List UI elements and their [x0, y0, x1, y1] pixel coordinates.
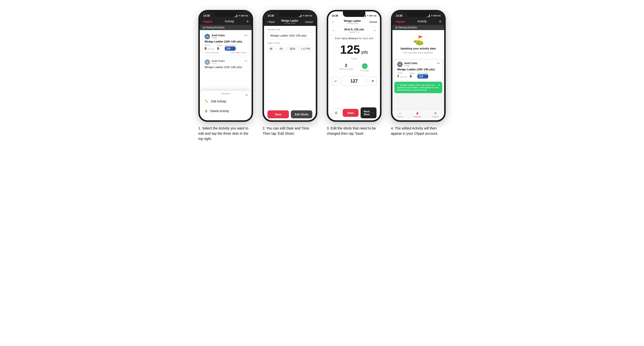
- cancel-btn-2[interactable]: Cancel: [305, 21, 313, 23]
- activity-card-2[interactable]: JC Josh Coles Today ••• Wedge Ladder (10…: [202, 57, 250, 72]
- topbar-3: ← Wedge Ladder 06 Mar 2023 Cancel: [328, 18, 380, 26]
- time-field[interactable]: 1:13 PM: [298, 46, 312, 52]
- edit-activity-item[interactable]: ✏️ Edit Activity: [200, 97, 252, 106]
- topbar-center-3: Wedge Ladder 06 Mar 2023: [344, 20, 361, 25]
- distance-input[interactable]: 127: [342, 76, 366, 86]
- menu-icon-4[interactable]: ≡: [439, 19, 441, 23]
- phone-2-container: 14:38 ▌▌▌ ✦ WiFi 5G < Back Wedge Ladder …: [261, 10, 318, 136]
- form-section-2: Practice Title Wedge Ladder (100–140 yds…: [264, 26, 316, 54]
- delete-shot-btn[interactable]: 🗑: [332, 108, 341, 117]
- phone-2-screen: 14:38 ▌▌▌ ✦ WiFi 5G < Back Wedge Ladder …: [264, 11, 316, 120]
- avatar-4: JC: [397, 62, 402, 67]
- dots-menu-2[interactable]: •••: [244, 59, 247, 63]
- hit-target-icon: ✓: [362, 63, 368, 69]
- home-icon: ⌂: [400, 111, 402, 115]
- topbar-center-2: Wedge Ladder 06 Mar 2023: [282, 19, 298, 24]
- logo-1: clippd: [203, 20, 212, 23]
- yds-display: 125 yds: [328, 41, 380, 57]
- editshots-btn[interactable]: Edit Shots: [291, 110, 312, 118]
- updating-sub: This may take a few moments.: [403, 51, 434, 54]
- card-date-1: Today: [212, 37, 225, 39]
- card-header-1: JC Josh Coles Today •••: [204, 34, 247, 39]
- edit-icon: ✏️: [205, 100, 208, 103]
- shot-nav: ← Shot 6, 125 yds Score 7/9 →: [328, 26, 380, 35]
- card-user-1: Josh Coles: [212, 34, 225, 37]
- header-title-4: Activity: [417, 20, 427, 23]
- header-title-1: Activity: [225, 20, 234, 23]
- caption-4: 4. The edited Activity will then appear …: [391, 126, 446, 136]
- increment-btn[interactable]: +: [369, 77, 376, 86]
- card-footer-1: ⏱ Test Information Data: Clippd Capture: [204, 52, 247, 53]
- close-icon[interactable]: ✕: [245, 93, 248, 97]
- phone-1-screen: 14:38 ▌▌▌ ✦ WiFi 5G clippd Activity ≡ ⊞ …: [200, 11, 252, 120]
- phones-row: 14:38 ▌▌▌ ✦ WiFi 5G clippd Activity ≡ ⊞ …: [197, 10, 447, 142]
- phone-1-frame: 14:38 ▌▌▌ ✦ WiFi 5G clippd Activity ≡ ⊞ …: [198, 10, 253, 122]
- target-label: Target: [328, 57, 380, 60]
- year-field[interactable]: 2023: [288, 46, 297, 52]
- quality-badge-1: 130: [225, 46, 236, 51]
- save-btn-3[interactable]: Save: [343, 109, 358, 117]
- tab-activities[interactable]: ♟ Activities: [414, 111, 422, 118]
- shot-info: Shot 6, 125 yds Score 7/9: [344, 28, 364, 33]
- dots-menu-4[interactable]: •••: [437, 62, 440, 65]
- practice-input[interactable]: Wedge Ladder (100–140 yds): [268, 32, 312, 39]
- card-header-4: JC Josh Coles Today •••: [397, 62, 440, 67]
- viewing-bar-4: ⊞ Viewing Activities: [392, 25, 444, 30]
- updating-area: ⛳ Updating your activity data. This may …: [392, 30, 444, 59]
- dots-menu-1[interactable]: •••: [244, 34, 247, 37]
- header-4: clippd Activity ≡: [392, 18, 444, 25]
- activity-card-4[interactable]: JC Josh Coles Today ••• Wedge Ladder (10…: [394, 59, 442, 81]
- carry-label: Enter carry distance for each shot: [328, 35, 380, 41]
- activities-icon: ♟: [416, 111, 419, 115]
- toast-close-icon[interactable]: ✕: [438, 83, 440, 87]
- card-date-2: Today: [212, 62, 225, 65]
- sheet-handle: [221, 93, 230, 94]
- topbar-2: < Back Wedge Ladder 06 Mar 2023 Cancel: [264, 18, 316, 26]
- footer-3: 🗑 Save Next Shot →: [328, 107, 380, 118]
- tab-capture[interactable]: ⊕ Capture: [432, 111, 439, 118]
- phone-3-screen: 14:39 ▌▌▌ ✦ WiFi 5G ← Wedge Ladder 06 Ma…: [328, 11, 380, 120]
- footer-2: Save Edit Shots: [264, 110, 316, 118]
- back-btn-3[interactable]: ←: [331, 19, 336, 25]
- notch-4: [407, 11, 430, 17]
- avatar-2: JC: [204, 59, 210, 65]
- card-date-4: Today: [404, 65, 417, 67]
- card-user-2: Josh Coles: [212, 60, 225, 62]
- tab-home[interactable]: ⌂ Home: [398, 111, 403, 118]
- cancel-btn-3[interactable]: Cancel: [369, 21, 377, 23]
- avatar-1: JC: [204, 34, 210, 39]
- sheet-divider: [200, 106, 252, 106]
- time-3: 14:39: [332, 14, 338, 17]
- stats-row: 2 Difference (yds) ✓ Hit Target: [328, 62, 380, 74]
- card-title-2: Wedge Ladder (100–140 yds): [204, 66, 247, 69]
- back-btn-2[interactable]: < Back: [267, 21, 275, 23]
- toast-check-icon: ✓: [397, 84, 400, 86]
- notch-2: [279, 11, 301, 17]
- month-field[interactable]: 03: [278, 46, 285, 52]
- viewing-bar-1: ⊞ Viewing Activities: [200, 25, 252, 30]
- card-stats-4: Score 7 OUT OF Shots 9 Shot Quality 118: [397, 72, 440, 79]
- next-shot-btn[interactable]: Next Shot →: [360, 107, 376, 118]
- card-title-1: Wedge Ladder (100–140 yds): [204, 40, 247, 43]
- phone-4-container: 14:38 ▌▌▌ ✦ WiFi 5G clippd Activity ≡ ⊞ …: [390, 10, 447, 136]
- save-btn-2[interactable]: Save: [268, 110, 289, 118]
- delete-activity-item[interactable]: 🗑 Delete Activity: [200, 107, 252, 115]
- day-field[interactable]: 06: [268, 46, 275, 52]
- time-1: 14:38: [203, 14, 210, 17]
- time-2: 14:38: [268, 14, 274, 17]
- decrement-btn[interactable]: −: [332, 77, 339, 86]
- prev-arrow[interactable]: ←: [332, 28, 336, 33]
- menu-icon-1[interactable]: ≡: [246, 19, 248, 23]
- phone-4-screen: 14:38 ▌▌▌ ✦ WiFi 5G clippd Activity ≡ ⊞ …: [392, 11, 444, 120]
- practice-label: Practice Title: [268, 28, 312, 31]
- card-title-4: Wedge Ladder (100–140 yds): [397, 68, 440, 71]
- next-arrow[interactable]: →: [372, 28, 376, 33]
- datetime-row: 06 / 03 / 2023 1:13 PM: [268, 46, 312, 52]
- activity-card-1[interactable]: JC Josh Coles Today ••• Wedge Ladder (10…: [202, 31, 250, 56]
- datetime-label: Date & Time: [268, 42, 312, 44]
- notch-1: [214, 11, 237, 17]
- golf-flag-icon: ⛳: [413, 35, 424, 45]
- card-user-4: Josh Coles: [404, 62, 417, 65]
- updating-title: Updating your activity data.: [400, 47, 436, 50]
- tab-bar-4: ⌂ Home ♟ Activities ⊕ Capture: [392, 109, 444, 120]
